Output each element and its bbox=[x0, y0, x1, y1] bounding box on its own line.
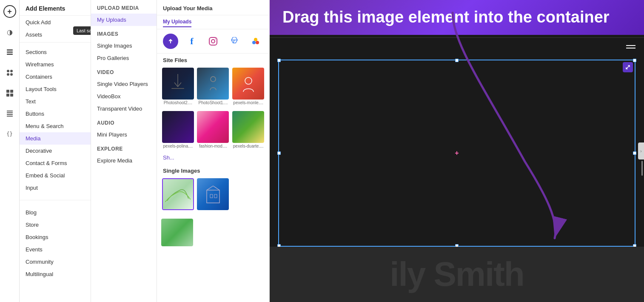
my-uploads-tab[interactable]: My Uploads bbox=[163, 19, 191, 27]
sidebar-item-sections[interactable]: Sections bbox=[20, 46, 91, 58]
svg-rect-0 bbox=[7, 49, 13, 51]
handle-top-left[interactable] bbox=[277, 59, 281, 62]
svg-rect-23 bbox=[207, 190, 219, 203]
media-item-6[interactable]: pexels-duarte.... bbox=[231, 111, 265, 151]
sidebar-item-layout-tools[interactable]: Layout Tools bbox=[20, 83, 91, 95]
media-library-header: Upload Your Media bbox=[157, 0, 269, 15]
media-label-2: PhotoShoot1.... bbox=[199, 100, 228, 108]
sidebar-item-bookings[interactable]: Bookings bbox=[20, 231, 91, 243]
canvas-bottom-text-area: ily Smith bbox=[270, 247, 644, 302]
svg-point-5 bbox=[7, 73, 9, 76]
table-icon[interactable] bbox=[3, 107, 16, 120]
svg-rect-25 bbox=[214, 194, 217, 198]
svg-point-3 bbox=[7, 70, 9, 72]
add-button[interactable]: + bbox=[3, 5, 16, 18]
canvas-dark: + ily Smith bbox=[270, 34, 644, 302]
submenu-explore-title: Explore bbox=[91, 141, 157, 154]
svg-rect-2 bbox=[7, 54, 13, 55]
sidebar-item-decorative[interactable]: Decorative bbox=[20, 145, 91, 157]
sidebar-item-blog[interactable]: Blog bbox=[20, 206, 91, 219]
top-border-line bbox=[270, 37, 644, 38]
handle-left-center[interactable] bbox=[277, 151, 281, 155]
sidebar-item-containers[interactable]: Containers bbox=[20, 71, 91, 83]
media-item-2[interactable]: PhotoShoot1.... bbox=[197, 68, 230, 108]
media-label-5: fashion-mod.... bbox=[199, 143, 227, 151]
media-item-4[interactable]: pexels-polina.... bbox=[161, 111, 195, 151]
single-image-thumb-2[interactable] bbox=[197, 178, 229, 210]
svg-point-18 bbox=[215, 39, 216, 40]
media-label-3: pexels-monle.... bbox=[233, 100, 263, 108]
submenu-explore-media[interactable]: Explore Media bbox=[91, 154, 157, 167]
sidebar-item-input[interactable]: Input bbox=[20, 182, 91, 194]
submenu-single-video-players[interactable]: Single Video Players bbox=[91, 78, 157, 90]
media-thumb-6[interactable] bbox=[232, 111, 264, 143]
site-files-label: Site Files bbox=[157, 54, 269, 66]
bottom-image-item[interactable] bbox=[161, 219, 193, 246]
media-item-5[interactable]: fashion-mod.... bbox=[197, 111, 230, 151]
svg-rect-14 bbox=[7, 116, 13, 117]
media-thumb-2[interactable] bbox=[197, 68, 229, 100]
add-elements-title: Add Elements bbox=[20, 0, 91, 16]
submenu-videobox[interactable]: VideoBox bbox=[91, 90, 157, 103]
submenu-upload-media-title: Upload Media bbox=[91, 0, 157, 14]
right-resize-handle[interactable] bbox=[640, 157, 644, 179]
sidebar-item-events[interactable]: Events bbox=[20, 243, 91, 256]
submenu-my-uploads[interactable]: My Uploads bbox=[91, 14, 157, 26]
sidebar-item-buttons[interactable]: Buttons bbox=[20, 108, 91, 120]
upload-button[interactable] bbox=[163, 34, 178, 49]
facebook-upload-icon[interactable]: f bbox=[184, 34, 199, 49]
sidebar-item-media[interactable]: Media bbox=[20, 132, 91, 145]
bottom-image-thumb[interactable] bbox=[161, 219, 193, 246]
submenu-mini-players[interactable]: Mini Players bbox=[91, 128, 157, 141]
right-collapse-button[interactable]: › bbox=[638, 142, 644, 160]
svg-point-19 bbox=[254, 38, 257, 41]
single-image-thumb-1-selected[interactable] bbox=[162, 178, 194, 210]
svg-line-26 bbox=[207, 186, 213, 190]
media-thumb-5[interactable] bbox=[197, 111, 229, 143]
sidebar-item-store[interactable]: Store bbox=[20, 219, 91, 231]
single-image-item-1[interactable] bbox=[161, 178, 195, 214]
code-icon[interactable]: {} bbox=[3, 128, 16, 140]
show-more-button[interactable]: Sh... bbox=[157, 153, 269, 164]
google-drive-icon[interactable] bbox=[227, 34, 242, 49]
sidebar-item-contact-forms[interactable]: Contact & Forms bbox=[20, 157, 91, 169]
instruction-text: Drag this image element into the contain… bbox=[282, 8, 631, 27]
handle-top-right[interactable] bbox=[633, 59, 636, 62]
apps-icon[interactable] bbox=[3, 87, 16, 100]
svg-rect-7 bbox=[6, 90, 9, 93]
single-images-label: Single Images bbox=[157, 164, 269, 177]
canvas-area: Drag this image element into the contain… bbox=[270, 0, 644, 302]
design-icon[interactable]: ◑ bbox=[3, 26, 16, 38]
submenu-single-images[interactable]: Single Images bbox=[91, 40, 157, 52]
sidebar-item-multilingual[interactable]: Multilingual bbox=[20, 268, 91, 280]
instagram-upload-icon[interactable] bbox=[205, 34, 221, 49]
elements-icon[interactable] bbox=[3, 66, 16, 79]
google-photos-icon[interactable] bbox=[248, 34, 263, 49]
media-thumb-1[interactable] bbox=[162, 68, 194, 100]
submenu-transparent-video[interactable]: Transparent Video bbox=[91, 103, 157, 115]
media-item-1[interactable]: Photoshoot2.... bbox=[161, 68, 195, 108]
bottom-elements-group: Blog Store Bookings Events Community Mul… bbox=[20, 203, 91, 284]
handle-top-center[interactable] bbox=[455, 59, 459, 62]
media-thumb-4[interactable] bbox=[162, 111, 194, 143]
media-item-3[interactable]: pexels-monle.... bbox=[231, 68, 265, 108]
sidebar-item-menu-search[interactable]: Menu & Search bbox=[20, 120, 91, 132]
sidebar-item-community[interactable]: Community bbox=[20, 256, 91, 268]
pages-icon[interactable] bbox=[3, 46, 16, 59]
bottom-image-grid bbox=[157, 217, 269, 248]
instruction-overlay: Drag this image element into the contain… bbox=[270, 0, 644, 35]
media-grid-row2: pexels-polina.... fashion-mod.... pexels… bbox=[157, 109, 269, 153]
svg-rect-1 bbox=[7, 51, 13, 53]
sidebar-item-embed-social[interactable]: Embed & Social bbox=[20, 169, 91, 182]
submenu-audio-title: Audio bbox=[91, 115, 157, 128]
media-label-6: pexels-duarte.... bbox=[233, 143, 264, 151]
handle-right-center[interactable] bbox=[633, 151, 636, 155]
resize-button[interactable] bbox=[623, 62, 633, 72]
hamburger-icon[interactable] bbox=[626, 45, 635, 48]
sidebar-item-wireframes[interactable]: Wireframes bbox=[20, 58, 91, 71]
sidebar-item-text[interactable]: Text bbox=[20, 95, 91, 108]
media-thumb-3[interactable] bbox=[232, 68, 264, 100]
single-image-item-2[interactable] bbox=[197, 178, 230, 214]
submenu-pro-galleries[interactable]: Pro Galleries bbox=[91, 52, 157, 64]
canvas-header bbox=[270, 38, 635, 55]
